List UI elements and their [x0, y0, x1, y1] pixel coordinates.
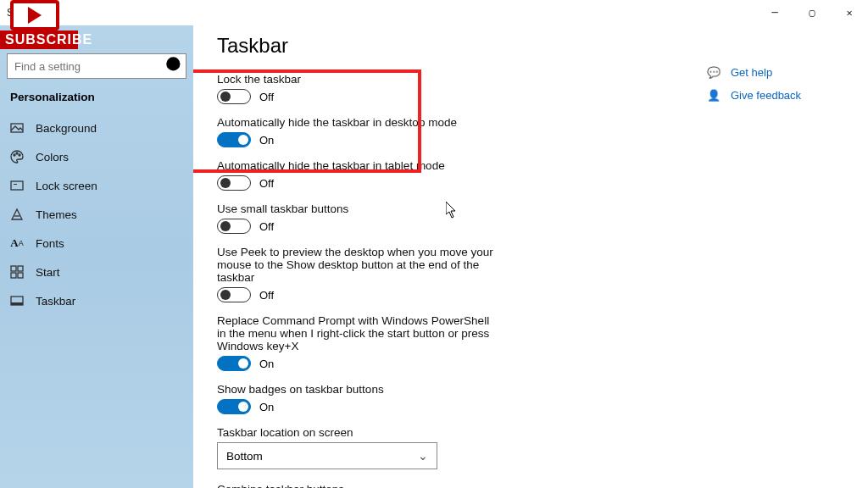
content-pane: Taskbar Lock the taskbar Off Automatical…	[193, 25, 868, 488]
get-help-link[interactable]: 💬 Get help	[707, 66, 843, 79]
sidebar-item-start[interactable]: Start	[0, 258, 193, 286]
setting-lock-label: Lock the taskbar	[217, 73, 539, 86]
settings-window: Settings ─ ▢ ✕ ⌂ Home Personalization Ba…	[0, 0, 868, 488]
titlebar: Settings ─ ▢ ✕	[0, 0, 868, 25]
give-feedback-link[interactable]: 👤 Give feedback	[707, 89, 843, 102]
svg-point-3	[14, 154, 15, 156]
setting-small-buttons-label: Use small taskbar buttons	[217, 202, 539, 215]
cursor-icon	[446, 202, 458, 219]
svg-rect-7	[14, 184, 17, 185]
setting-small-buttons-toggle[interactable]	[217, 219, 251, 234]
sidebar-item-lockscreen[interactable]: Lock screen	[0, 171, 193, 200]
svg-rect-10	[18, 266, 23, 271]
themes-icon	[10, 208, 24, 221]
svg-point-5	[19, 154, 20, 156]
setting-peek-label: Use Peek to preview the desktop when you…	[217, 246, 501, 284]
setting-small-buttons-state: Off	[259, 220, 274, 233]
setting-peek-state: Off	[259, 289, 274, 302]
sidebar-item-fonts[interactable]: AA Fonts	[0, 229, 193, 258]
svg-rect-12	[18, 273, 23, 278]
setting-combine-label: Combine taskbar buttons	[217, 483, 539, 488]
sidebar-item-label: Taskbar	[36, 295, 75, 308]
sidebar-section-title: Personalization	[0, 87, 193, 114]
sidebar-item-background[interactable]: Background	[0, 114, 193, 142]
lockscreen-icon	[10, 179, 24, 192]
sidebar-item-themes[interactable]: Themes	[0, 200, 193, 229]
svg-point-4	[16, 152, 18, 154]
sidebar-item-taskbar[interactable]: Taskbar	[0, 286, 193, 315]
search-icon	[164, 54, 186, 79]
taskbar-icon	[10, 294, 24, 308]
maximize-button[interactable]: ▢	[793, 0, 831, 25]
sidebar-item-colors[interactable]: Colors	[0, 142, 193, 171]
main-column: Taskbar Lock the taskbar Off Automatical…	[217, 30, 687, 488]
setting-badges-toggle[interactable]	[217, 399, 251, 414]
image-icon	[10, 121, 24, 135]
sidebar-item-label: Start	[36, 266, 60, 279]
setting-autohide-desktop-state: On	[259, 134, 274, 147]
start-icon	[10, 265, 24, 279]
get-help-label: Get help	[731, 66, 772, 79]
sidebar: ⌂ Home Personalization Background Colors…	[0, 25, 193, 488]
svg-rect-9	[11, 266, 16, 271]
palette-icon	[10, 150, 24, 164]
svg-rect-14	[11, 302, 23, 305]
setting-lock-toggle[interactable]	[217, 89, 251, 104]
setting-location-value: Bottom	[226, 450, 263, 463]
setting-peek-toggle[interactable]	[217, 287, 251, 302]
setting-autohide-tablet-toggle[interactable]	[217, 175, 251, 191]
setting-powershell-state: On	[259, 358, 274, 370]
setting-powershell-label: Replace Command Prompt with Windows Powe…	[217, 314, 501, 352]
setting-location-label: Taskbar location on screen	[217, 426, 539, 439]
chevron-down-icon: ⌄	[418, 449, 428, 463]
close-button[interactable]: ✕	[831, 0, 868, 25]
sidebar-item-label: Lock screen	[36, 180, 97, 192]
fonts-icon: AA	[10, 236, 24, 250]
svg-rect-6	[11, 181, 23, 190]
setting-autohide-desktop-toggle[interactable]	[217, 132, 251, 147]
setting-autohide-desktop-label: Automatically hide the taskbar in deskto…	[217, 116, 539, 129]
right-column: 💬 Get help 👤 Give feedback	[707, 30, 843, 488]
setting-location-select[interactable]: Bottom ⌄	[217, 442, 437, 469]
svg-rect-11	[11, 273, 16, 278]
search-input[interactable]	[8, 60, 164, 73]
minimize-button[interactable]: ─	[756, 0, 793, 25]
feedback-icon: 👤	[707, 89, 721, 102]
sidebar-item-label: Fonts	[36, 237, 64, 250]
svg-point-0	[166, 57, 180, 70]
setting-autohide-tablet-state: Off	[259, 177, 274, 190]
help-icon: 💬	[707, 66, 721, 79]
app-title: Settings	[7, 7, 43, 19]
give-feedback-label: Give feedback	[731, 89, 801, 102]
setting-badges-label: Show badges on taskbar buttons	[217, 383, 539, 396]
search-box[interactable]	[7, 53, 186, 79]
setting-powershell-toggle[interactable]	[217, 356, 251, 371]
sidebar-item-label: Colors	[36, 151, 69, 164]
sidebar-item-label: Background	[36, 122, 97, 135]
svg-line-1	[179, 69, 185, 75]
sidebar-item-label: Themes	[36, 208, 77, 221]
setting-autohide-tablet-label: Automatically hide the taskbar in tablet…	[217, 159, 539, 172]
page-title: Taskbar	[217, 34, 687, 58]
setting-lock-state: Off	[259, 91, 274, 103]
setting-badges-state: On	[259, 401, 274, 413]
